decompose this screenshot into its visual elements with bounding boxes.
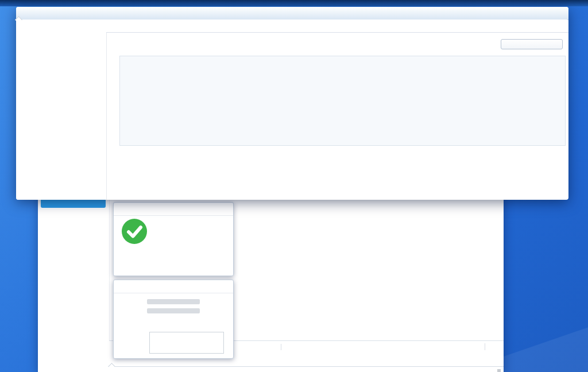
memory-composition-bar — [119, 162, 566, 176]
refresh-icon[interactable] — [490, 343, 498, 351]
cpu-usage-bar — [147, 299, 200, 304]
resource-monitor-widget — [113, 280, 234, 359]
lan-upload — [149, 316, 156, 322]
upload-arrow-icon — [149, 316, 154, 322]
detail-content-panel — [109, 366, 504, 372]
download-station-window — [38, 189, 504, 372]
sidebar — [16, 20, 107, 200]
divider — [281, 344, 281, 350]
resource-monitor-window — [16, 7, 568, 200]
speed-summary — [274, 341, 288, 352]
memory-type-select[interactable] — [501, 39, 563, 49]
download-station-sidebar — [38, 189, 110, 372]
tab-bar — [106, 20, 568, 33]
info-icon — [118, 205, 126, 213]
lan-row — [114, 316, 233, 324]
cpu-usage-row — [114, 297, 233, 305]
scrollbar-fragment[interactable] — [497, 369, 501, 372]
resource-monitor-icon — [118, 282, 126, 290]
resource-monitor-app-icon — [21, 9, 29, 17]
lan-history-chart — [149, 332, 224, 354]
widget-header — [114, 203, 233, 216]
caret-down-icon — [554, 43, 559, 46]
caret-down-icon — [119, 320, 123, 323]
health-ok-icon — [122, 219, 147, 244]
ram-usage-bar — [147, 308, 200, 313]
utilization-chart — [119, 56, 566, 146]
lan-label[interactable] — [119, 316, 123, 324]
ram-usage-row — [114, 307, 233, 315]
system-health-widget — [113, 202, 234, 276]
chevron-double-down-icon[interactable] — [491, 355, 498, 362]
titlebar[interactable] — [16, 7, 568, 20]
lan-download — [187, 316, 194, 322]
divider — [485, 343, 485, 350]
widget-header — [114, 280, 233, 293]
desktop-top-strip — [0, 0, 588, 6]
download-arrow-icon — [187, 316, 192, 322]
